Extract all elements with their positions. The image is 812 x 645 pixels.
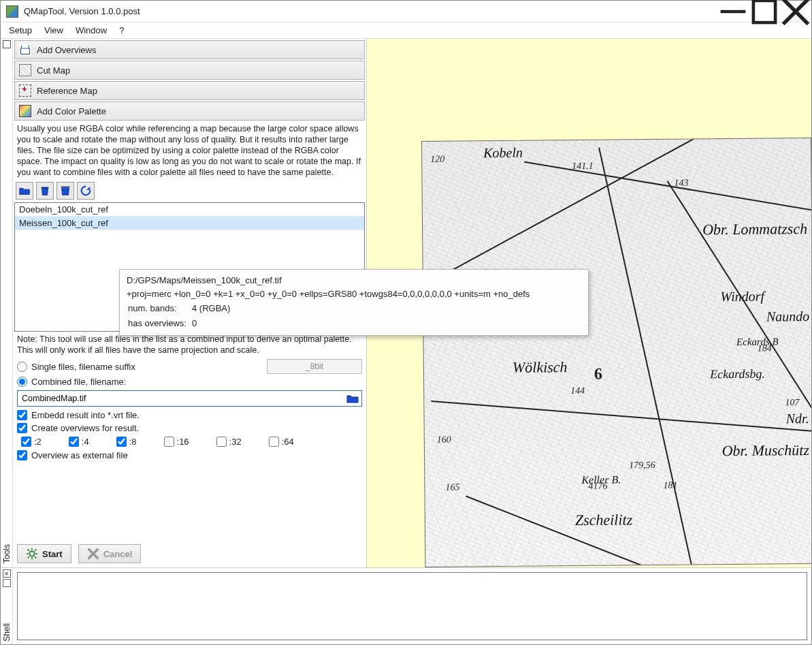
combined-file-radio[interactable] [17,377,27,387]
tools-dock-strip: Tools [1,39,13,567]
scale-16-checkbox[interactable] [164,437,174,447]
shell-dock: × Shell [1,567,811,644]
single-file-label: Single files, filename suffix [31,362,135,372]
app-icon [6,5,18,18]
reference-map-label: Reference Map [37,86,97,96]
start-button[interactable]: Start [17,544,71,563]
tooltip-ov-value: 0 [192,317,234,330]
map-number: 181 [663,480,677,491]
file-tooltip: D:/GPS/Maps/Meissen_100k_cut_ref.tif +pr… [119,269,589,336]
svg-line-11 [28,550,29,551]
add-overviews-button[interactable]: Add Overviews [14,40,365,59]
cut-map-button[interactable]: Cut Map [14,61,365,80]
scale-16-label: :16 [177,437,189,447]
overview-external-label: Overview as external file [31,450,128,460]
svg-line-13 [35,550,36,551]
map-label: Windorf [720,289,764,305]
app-window: QMapTool, Version 1.0.0.post Setup View … [0,0,812,645]
map-number: 6 [594,365,602,383]
shell-output[interactable] [17,572,807,640]
overview-external-checkbox[interactable] [17,450,27,460]
tooltip-bands-label: num. bands: [128,302,191,315]
scale-64-checkbox[interactable] [269,437,279,447]
map-number: 107 [785,397,799,408]
map-number: 179,56 [629,460,655,471]
start-label: Start [42,549,63,559]
map-label: Obr. Lommatzsch [702,220,807,238]
embed-vrt-label: Embedd result into *.vrt file. [31,410,140,420]
tooltip-path: D:/GPS/Maps/Meissen_100k_cut_ref.tif [127,274,581,287]
title-bar: QMapTool, Version 1.0.0.post [1,1,811,22]
svg-line-14 [28,556,29,558]
map-number: 143 [674,178,688,189]
add-color-palette-label: Add Color Palette [37,106,106,116]
file-list-item[interactable]: Meissen_100k_cut_ref [15,217,364,230]
map-number: 120 [430,154,444,165]
scale-32-label: :32 [229,437,242,447]
cut-map-label: Cut Map [37,65,70,76]
single-file-row: Single files, filename suffix _8bit [14,358,365,375]
palette-description: Usually you use RGBA color while referen… [14,122,365,179]
scale-2-checkbox[interactable] [21,437,31,447]
scale-4-label: :4 [82,437,89,447]
menu-window[interactable]: Window [70,24,112,37]
tools-dock-label[interactable]: Tools [2,544,12,563]
menu-bar: Setup View Window ? [1,22,811,39]
close-icon [87,548,99,560]
add-file-button[interactable] [16,182,33,200]
map-number: 184 [758,343,772,354]
shell-close-icon[interactable]: × [3,569,11,578]
add-overviews-label: Add Overviews [37,45,96,55]
map-label: Wölkisch [513,358,568,377]
action-row: Start Cancel [14,540,365,566]
single-suffix-field: _8bit [267,359,362,374]
create-overviews-checkbox[interactable] [17,423,27,433]
reference-map-button[interactable]: Reference Map [14,81,365,100]
single-file-radio[interactable] [17,362,27,372]
scale-8-checkbox[interactable] [116,437,127,447]
tooltip-proj: +proj=merc +lon_0=0 +k=1 +x_0=0 +y_0=0 +… [127,287,581,301]
menu-setup[interactable]: Setup [3,24,37,37]
scale-32-checkbox[interactable] [216,437,227,447]
map-number: 165 [445,482,459,493]
maximize-button[interactable] [749,1,780,22]
minimize-button[interactable] [717,1,749,22]
scale-4-checkbox[interactable] [69,437,79,447]
map-label: Obr. Muschütz [722,441,810,460]
shell-dock-label[interactable]: Shell [2,623,12,642]
scale-64-label: :64 [282,437,294,447]
add-color-palette-button[interactable]: Add Color Palette [14,101,365,121]
reload-files-button[interactable] [77,182,95,200]
tooltip-ov-label: has overviews: [128,317,191,330]
map-label: Zscheilitz [575,511,633,529]
map-label: Eckardsbg. [710,367,765,382]
menu-view[interactable]: View [39,24,69,37]
close-button[interactable] [780,1,811,22]
combined-file-label: Combined file, filename: [31,377,126,387]
map-image: Kobeln Obr. Lommatzsch Windorf Naundo Wö… [421,138,811,567]
combined-filename-input[interactable] [18,392,346,405]
gear-icon [26,548,38,560]
map-label: Kobeln [483,145,523,161]
menu-help[interactable]: ? [114,24,129,37]
shell-pin-icon[interactable] [3,579,11,587]
overviews-icon [19,44,31,56]
cut-icon [19,64,31,76]
scale-2-label: :2 [34,437,42,447]
combined-file-row: Combined file, filename: [14,376,365,388]
create-overviews-label: Create overviews for result. [31,423,139,433]
map-label: Ndr. [786,411,809,426]
list-note: Note: This tool will use all files in th… [14,333,365,357]
svg-rect-4 [42,187,49,189]
file-list-item[interactable]: Doebeln_100k_cut_ref [15,203,364,217]
cancel-button[interactable]: Cancel [78,544,142,563]
dock-pin-icon[interactable] [3,40,11,48]
file-list-toolbar [14,180,365,201]
embed-vrt-checkbox[interactable] [17,410,27,420]
combined-filename-field[interactable] [17,390,362,407]
remove-file-button[interactable] [36,182,54,200]
clear-files-button[interactable] [56,182,74,200]
browse-output-button[interactable] [346,392,359,405]
svg-line-12 [35,556,36,558]
tooltip-bands-value: 4 (RGBA) [192,302,234,315]
